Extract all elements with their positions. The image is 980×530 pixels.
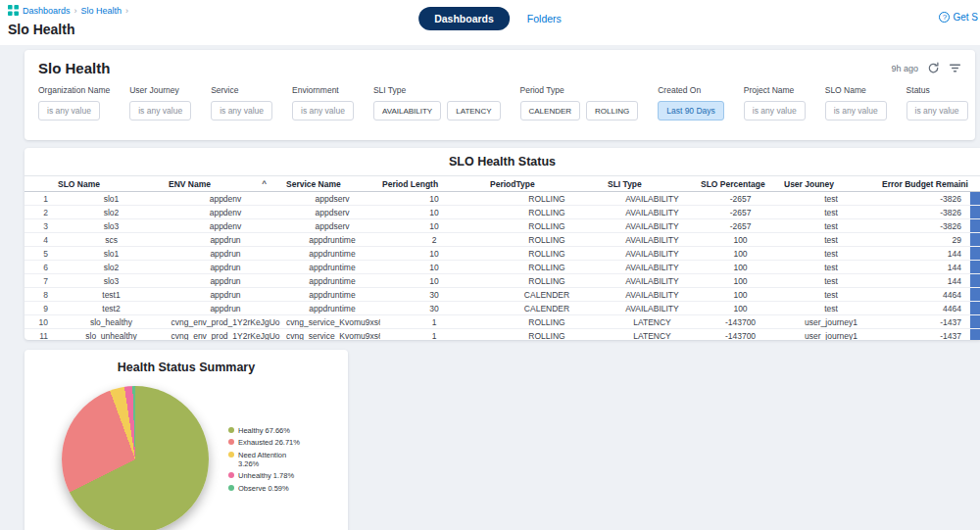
row-number-header [24, 176, 56, 192]
cell-user-jouney: test [782, 247, 880, 261]
cell-user-jouney: test [782, 219, 880, 233]
legend-item-need-attention: Need Attention 3.26% [228, 451, 307, 469]
cell-period-length: 10 [380, 192, 488, 206]
get-started-link[interactable]: ? Get S [939, 12, 978, 23]
cell-error-budget-remaining: 29 [880, 233, 968, 247]
table-row: 6slo2appdrunappdruntime10ROLLINGAVAILABI… [24, 261, 980, 274]
cell-periodtype: ROLLING [488, 247, 606, 261]
sort-asc-icon: ^ [262, 179, 267, 188]
cell-periodtype: CALENDER [488, 288, 606, 302]
column-header-periodtype[interactable]: PeriodType [488, 176, 606, 192]
column-header-env-name[interactable]: ENV Name^ [167, 176, 284, 192]
row-indicator-cell [968, 206, 980, 219]
slo-health-table-panel: SLO Health Status SLO NameENV Name^Servi… [24, 148, 980, 340]
filter-slo-name: SLO Nameis any value [825, 85, 887, 120]
cell-periodtype: ROLLING [488, 329, 606, 341]
cell-slo-name: slo2 [56, 261, 167, 274]
legend-swatch [228, 452, 234, 458]
row-number: 2 [24, 206, 56, 219]
panel-header-actions: 9h ago [891, 62, 961, 74]
legend-swatch [228, 427, 234, 433]
cell-periodtype: ROLLING [488, 315, 606, 329]
legend-label: Unhealthy 1.78% [238, 471, 294, 480]
cell-periodtype: ROLLING [488, 233, 606, 247]
dashboards-grid-icon[interactable] [8, 5, 19, 16]
chart-legend: Healthy 67.66%Exhausted 26.71%Need Atten… [228, 426, 307, 493]
filter-value-created-on[interactable]: Last 90 Days [658, 101, 724, 120]
column-header-slo-percentage[interactable]: SLO Percentage [699, 176, 782, 192]
dashboard-title: Slo Health [38, 60, 110, 76]
breadcrumb-dashboards[interactable]: Dashboards [23, 6, 71, 16]
breadcrumb: Dashboards › Slo Health › [8, 5, 128, 16]
cell-slo-percentage: 100 [699, 274, 782, 288]
cell-service-name: appdserv [284, 219, 380, 233]
cell-slo-name: slo_unhealthy [56, 329, 167, 341]
filter-value-user-journey[interactable]: is any value [129, 101, 191, 120]
view-tabs: Dashboards Folders [418, 7, 562, 30]
breadcrumb-separator: › [74, 6, 77, 16]
filter-icon[interactable] [949, 62, 961, 74]
filter-value-status[interactable]: is any value [906, 101, 968, 120]
cell-user-jouney: test [782, 288, 880, 302]
cell-error-budget-remaining: -1437 [880, 315, 968, 329]
column-header-error-budget-remaining[interactable]: Error Budget Remaining [880, 176, 968, 192]
pie-chart[interactable] [62, 386, 209, 530]
row-indicator-cell [968, 233, 980, 247]
legend-label: Healthy 67.66% [238, 426, 290, 435]
cell-slo-name: slo3 [56, 219, 167, 233]
filter-option-calender[interactable]: CALENDER [520, 101, 581, 120]
cell-service-name: appdruntime [284, 261, 380, 274]
filter-value-organization-name[interactable]: is any value [38, 101, 100, 120]
tab-dashboards[interactable]: Dashboards [418, 7, 510, 30]
filter-value-slo-name[interactable]: is any value [825, 101, 887, 120]
breadcrumb-slo-health[interactable]: Slo Health [81, 6, 122, 16]
row-indicator [970, 206, 980, 218]
filter-organization-name: Organization Nameis any value [38, 85, 110, 120]
row-number: 3 [24, 219, 56, 233]
cell-error-budget-remaining: 144 [880, 261, 968, 274]
cell-service-name: appdruntime [284, 233, 380, 247]
cell-error-budget-remaining: 144 [880, 274, 968, 288]
cell-slo-name: test1 [56, 288, 167, 302]
row-indicator [970, 288, 980, 301]
filter-value-service[interactable]: is any value [211, 101, 272, 120]
cell-error-budget-remaining: -3826 [880, 219, 968, 233]
column-header-slo-name[interactable]: SLO Name [56, 176, 167, 192]
cell-period-length: 10 [380, 274, 488, 288]
filter-label: Status [906, 85, 968, 95]
table-title: SLO Health Status [24, 155, 980, 169]
legend-item-healthy: Healthy 67.66% [228, 426, 307, 435]
legend-item-observe: Observe 0.59% [228, 484, 307, 493]
filter-option-latency[interactable]: LATENCY [447, 101, 500, 120]
cell-env-name: appdrun [167, 233, 284, 247]
panel-header: Slo Health 9h ago [38, 60, 961, 76]
filter-value-project-name[interactable]: is any value [744, 101, 806, 120]
filter-status: Statusis any value [906, 85, 968, 120]
cell-user-jouney: test [782, 192, 880, 206]
cell-period-length: 10 [380, 247, 488, 261]
filter-option-availability[interactable]: AVAILABILITY [373, 101, 441, 120]
table-row: 11slo_unhealthycvng_env_prod_1Y2rKeJgUoc… [24, 329, 980, 341]
legend-swatch [228, 472, 234, 478]
column-header-service-name[interactable]: Service Name [284, 176, 380, 192]
table-row: 2slo2appdenvappdserv10ROLLINGAVAILABILIT… [24, 206, 980, 219]
column-header-sli-type[interactable]: SLI Type [606, 176, 699, 192]
row-number: 11 [24, 329, 56, 341]
filter-label: User Journey [129, 85, 191, 95]
cell-user-jouney: test [782, 233, 880, 247]
tab-folders[interactable]: Folders [527, 13, 562, 24]
filter-sli-type: SLI TypeAVAILABILITYLATENCY [373, 85, 501, 120]
filter-value-enviornment[interactable]: is any value [292, 101, 354, 120]
get-started-label: Get S [953, 12, 978, 23]
table-row: 1slo1appdenvappdserv10ROLLINGAVAILABILIT… [24, 192, 980, 206]
filter-label: Enviornment [292, 85, 354, 95]
row-number: 7 [24, 274, 56, 288]
filter-option-rolling[interactable]: ROLLING [586, 101, 638, 120]
cell-service-name: cvng_service_Kvomu9xs6c [284, 329, 380, 341]
column-header-user-jouney[interactable]: User Jouney [782, 176, 880, 192]
cell-slo-percentage: 100 [699, 247, 782, 261]
refresh-icon[interactable] [927, 62, 940, 74]
table-body: 1slo1appdenvappdserv10ROLLINGAVAILABILIT… [24, 192, 980, 341]
cell-slo-name: slo_healthy [56, 315, 167, 329]
column-header-period-length[interactable]: Period Length [380, 176, 488, 192]
